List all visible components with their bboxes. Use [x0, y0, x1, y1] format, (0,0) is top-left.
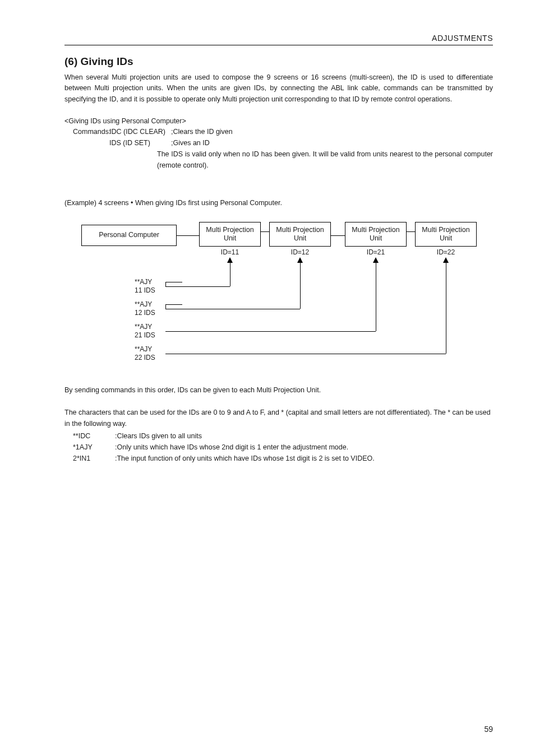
section-title: (6) Giving IDs: [64, 55, 493, 68]
idc-command: IDC (IDC CLEAR): [109, 126, 171, 137]
id-diagram: Personal Computer Multi Projection Unit …: [81, 219, 502, 365]
closing-paragraph-2: The characters that can be used for the …: [64, 407, 493, 429]
intro-paragraph: When several Multi projection units are …: [64, 72, 493, 105]
def-desc: :Only units which have IDs whose 2nd dig…: [115, 442, 348, 453]
cmd-label-row-1: **AJY11 IDS: [135, 278, 165, 295]
cmd-label-row-3: **AJY21 IDS: [135, 323, 165, 340]
ids-note: The IDS is valid only when no ID has bee…: [157, 149, 493, 171]
ids-desc: ;Gives an ID: [171, 137, 210, 149]
pc-box: Personal Computer: [81, 225, 177, 246]
ids-command: IDS (ID SET): [109, 137, 171, 149]
cmd-label-row-4: **AJY22 IDS: [135, 345, 165, 362]
commands-block: Commands: IDC (IDC CLEAR) ;Clears the ID…: [64, 126, 493, 171]
unit-box-3: Multi Projection Unit: [345, 222, 407, 247]
unit-box-4: Multi Projection Unit: [415, 222, 477, 247]
arrow-icon: [297, 257, 303, 263]
def-desc: :The input function of only units which …: [115, 453, 375, 464]
example-line: (Example) 4 screens • When giving IDs fi…: [64, 199, 493, 207]
id-label-4: ID=22: [415, 248, 477, 256]
def-term: *1AJY: [73, 442, 115, 453]
id-label-2: ID=12: [269, 248, 331, 256]
running-head: ADJUSTMENTS: [64, 34, 493, 45]
arrow-icon: [443, 257, 449, 263]
closing-paragraph-1: By sending commands in this order, IDs c…: [64, 384, 493, 396]
arrow-icon: [227, 257, 233, 263]
commands-label: Commands:: [73, 126, 109, 137]
giving-ids-head: <Giving IDs using Personal Computer>: [64, 117, 493, 125]
id-label-3: ID=21: [345, 248, 407, 256]
definition-row: *1AJY :Only units which have IDs whose 2…: [64, 442, 493, 453]
unit-box-1: Multi Projection Unit: [199, 222, 261, 247]
unit-box-2: Multi Projection Unit: [269, 222, 331, 247]
cmd-label-row-2: **AJY12 IDS: [135, 300, 165, 317]
definition-row: **IDC :Clears IDs given to all units: [64, 430, 493, 442]
def-term: 2*IN1: [73, 453, 115, 464]
def-term: **IDC: [73, 430, 115, 442]
def-desc: :Clears IDs given to all units: [115, 430, 202, 442]
definition-row: 2*IN1 :The input function of only units …: [64, 453, 493, 464]
idc-desc: ;Clears the ID given: [171, 126, 233, 137]
arrow-icon: [373, 257, 379, 263]
page-number: 59: [484, 725, 493, 734]
id-label-1: ID=11: [199, 248, 261, 256]
